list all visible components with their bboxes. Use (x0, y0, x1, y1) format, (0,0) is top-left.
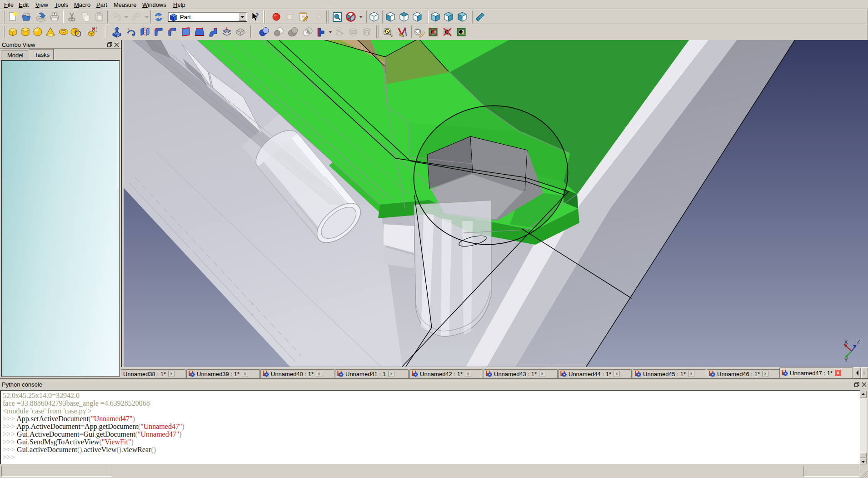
svg-text:Z: Z (857, 339, 860, 344)
svg-text:?: ? (255, 12, 259, 19)
svg-text:X: X (844, 339, 848, 345)
svg-text:Y: Y (844, 357, 848, 363)
